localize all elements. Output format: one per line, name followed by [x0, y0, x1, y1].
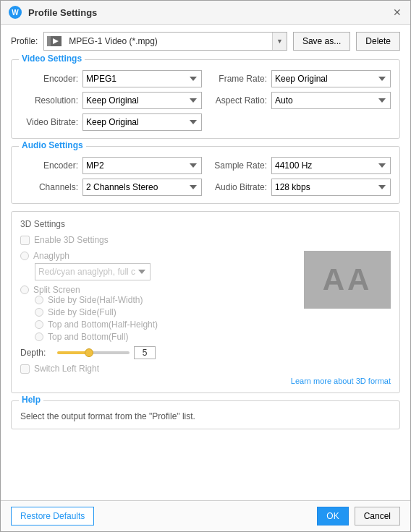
- enable-3d-label: Enable 3D Settings: [34, 235, 109, 245]
- profile-dropdown-arrow[interactable]: ▼: [272, 33, 287, 50]
- restore-defaults-button[interactable]: Restore Defaults: [11, 507, 94, 525]
- enable-3d-checkbox[interactable]: [20, 236, 30, 245]
- encoder-label: Encoder:: [20, 74, 78, 84]
- split-option-3-label: Top and Bottom(Half-Height): [48, 319, 158, 330]
- delete-button[interactable]: Delete: [356, 32, 400, 51]
- dialog: W Profile Settings ✕ Profile: MPEG-1 Vid…: [0, 0, 411, 532]
- video-bitrate-select[interactable]: Keep Original: [82, 113, 202, 131]
- app-icon: W: [8, 5, 22, 20]
- d3-preview: AA: [304, 251, 391, 309]
- aspect-ratio-row: Aspect Ratio: Auto: [209, 92, 391, 109]
- video-settings-grid: Encoder: MPEG1 Frame Rate: Keep Original…: [20, 70, 391, 131]
- anaglyph-label: Anaglyph: [33, 251, 69, 261]
- channels-select[interactable]: 2 Channels Stereo: [82, 179, 202, 196]
- profile-value: MPEG-1 Video (*.mpg): [64, 36, 272, 46]
- resolution-row: Resolution: Keep Original: [20, 92, 202, 109]
- content-area: Profile: MPEG-1 Video (*.mpg) ▼ Save as.…: [1, 25, 410, 500]
- d3-content: Anaglyph Red/cyan anaglyph, full color S…: [20, 251, 391, 342]
- d3-options: Anaglyph Red/cyan anaglyph, full color S…: [20, 251, 297, 342]
- sample-rate-label: Sample Rate:: [209, 160, 267, 171]
- save-as-button[interactable]: Save as...: [293, 32, 350, 51]
- resolution-select[interactable]: Keep Original: [82, 92, 202, 109]
- audio-bitrate-label: Audio Bitrate:: [209, 182, 267, 192]
- audio-bitrate-row: Audio Bitrate: 128 kbps: [209, 179, 391, 196]
- split-option-2-row: Side by Side(Full): [35, 307, 297, 317]
- split-screen-options: Side by Side(Half-Width) Side by Side(Fu…: [20, 295, 297, 342]
- audio-settings-grid: Encoder: MP2 Sample Rate: 44100 Hz Chann…: [20, 157, 391, 196]
- audio-settings-section: Audio Settings Encoder: MP2 Sample Rate:…: [11, 146, 400, 204]
- depth-value: 5: [134, 346, 156, 359]
- dialog-title: Profile Settings: [28, 7, 97, 18]
- empty-cell: [209, 113, 391, 131]
- d3-settings-title: 3D Settings: [20, 219, 391, 229]
- split-option-4-label: Top and Bottom(Full): [48, 332, 128, 342]
- depth-row: Depth: 5: [20, 346, 391, 359]
- anaglyph-option-select[interactable]: Red/cyan anaglyph, full color: [35, 263, 151, 280]
- help-text: Select the output format from the "Profi…: [20, 411, 195, 421]
- depth-thumb[interactable]: [85, 348, 93, 357]
- frame-rate-select[interactable]: Keep Original: [271, 70, 391, 87]
- aspect-ratio-label: Aspect Ratio:: [209, 95, 267, 106]
- profile-row: Profile: MPEG-1 Video (*.mpg) ▼ Save as.…: [11, 32, 400, 51]
- footer: Restore Defaults OK Cancel: [1, 500, 410, 531]
- split-screen-row: Split Screen: [20, 285, 297, 295]
- split-option-2-label: Side by Side(Full): [48, 307, 116, 317]
- learn-more-link[interactable]: Learn more about 3D format: [20, 377, 391, 385]
- profile-select[interactable]: MPEG-1 Video (*.mpg) ▼: [43, 32, 287, 51]
- svg-rect-4: [47, 36, 51, 46]
- split-option-3-row: Top and Bottom(Half-Height): [35, 319, 297, 330]
- switch-lr-checkbox[interactable]: [20, 364, 30, 374]
- footer-right: OK Cancel: [317, 507, 400, 525]
- split-option-2-radio[interactable]: [35, 308, 43, 317]
- video-settings-title: Video Settings: [19, 53, 85, 64]
- svg-text:W: W: [12, 9, 19, 17]
- frame-rate-label: Frame Rate:: [209, 74, 267, 84]
- audio-settings-title: Audio Settings: [19, 140, 86, 150]
- channels-row: Channels: 2 Channels Stereo: [20, 179, 202, 196]
- split-screen-radio[interactable]: [20, 286, 29, 294]
- aspect-ratio-select[interactable]: Auto: [271, 92, 391, 109]
- enable-3d-row: Enable 3D Settings: [20, 235, 391, 245]
- depth-label: Depth:: [20, 348, 53, 358]
- frame-rate-row: Frame Rate: Keep Original: [209, 70, 391, 87]
- help-title: Help: [19, 395, 43, 405]
- close-button[interactable]: ✕: [391, 7, 403, 18]
- audio-encoder-row: Encoder: MP2: [20, 157, 202, 174]
- audio-encoder-label: Encoder:: [20, 160, 78, 171]
- encoder-row: Encoder: MPEG1: [20, 70, 202, 87]
- ok-button[interactable]: OK: [317, 507, 348, 525]
- video-settings-section: Video Settings Encoder: MPEG1 Frame Rate…: [11, 59, 400, 139]
- split-option-1-row: Side by Side(Half-Width): [35, 295, 297, 305]
- audio-bitrate-select[interactable]: 128 kbps: [271, 179, 391, 196]
- title-bar-left: W Profile Settings: [8, 5, 97, 20]
- anaglyph-select-row: Red/cyan anaglyph, full color: [20, 263, 297, 280]
- split-option-4-row: Top and Bottom(Full): [35, 332, 297, 342]
- sample-rate-row: Sample Rate: 44100 Hz: [209, 157, 391, 174]
- anaglyph-radio[interactable]: [20, 252, 29, 260]
- sample-rate-select[interactable]: 44100 Hz: [271, 157, 391, 174]
- d3-settings-section: 3D Settings Enable 3D Settings Anaglyph …: [11, 211, 400, 393]
- audio-encoder-select[interactable]: MP2: [82, 157, 202, 174]
- anaglyph-row: Anaglyph: [20, 251, 297, 261]
- help-section: Help Select the output format from the "…: [11, 400, 400, 429]
- depth-slider[interactable]: [57, 351, 130, 354]
- split-option-4-radio[interactable]: [35, 332, 43, 341]
- switch-row: Switch Left Right: [20, 364, 391, 374]
- channels-label: Channels:: [20, 182, 78, 192]
- video-file-icon: [47, 36, 62, 46]
- cancel-button[interactable]: Cancel: [355, 507, 400, 525]
- split-screen-label: Split Screen: [33, 285, 80, 295]
- switch-lr-label: Switch Left Right: [34, 364, 99, 374]
- split-option-1-radio[interactable]: [35, 296, 43, 304]
- split-option-3-radio[interactable]: [35, 320, 43, 329]
- video-bitrate-label: Video Bitrate:: [20, 117, 78, 127]
- video-bitrate-row: Video Bitrate: Keep Original: [20, 113, 202, 131]
- d3-preview-text: AA: [323, 262, 373, 297]
- split-option-1-label: Side by Side(Half-Width): [48, 295, 143, 305]
- title-bar: W Profile Settings ✕: [1, 1, 410, 25]
- encoder-select[interactable]: MPEG1: [82, 70, 202, 87]
- resolution-label: Resolution:: [20, 95, 78, 106]
- profile-label: Profile:: [11, 36, 38, 46]
